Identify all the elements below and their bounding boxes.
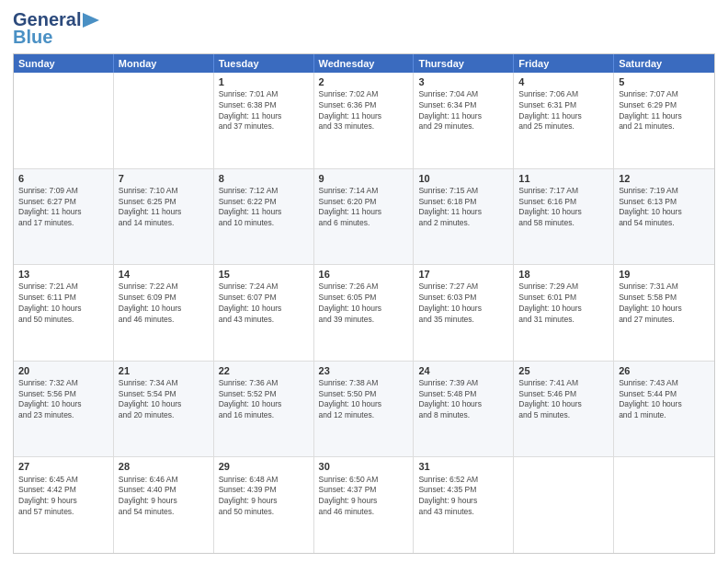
calendar-cell-5-1: 27Sunrise: 6:45 AM Sunset: 4:42 PM Dayli… [14, 457, 114, 553]
calendar-cell-4-4: 23Sunrise: 7:38 AM Sunset: 5:50 PM Dayli… [314, 362, 415, 457]
calendar-cell-4-2: 21Sunrise: 7:34 AM Sunset: 5:54 PM Dayli… [114, 362, 214, 457]
calendar-cell-2-7: 12Sunrise: 7:19 AM Sunset: 6:13 PM Dayli… [614, 169, 714, 265]
day-number: 24 [418, 364, 508, 377]
calendar-cell-5-4: 30Sunrise: 6:50 AM Sunset: 4:37 PM Dayli… [314, 457, 415, 553]
day-number: 14 [119, 268, 209, 281]
calendar-cell-5-5: 31Sunrise: 6:52 AM Sunset: 4:35 PM Dayli… [414, 457, 514, 553]
calendar-cell-4-1: 20Sunrise: 7:32 AM Sunset: 5:56 PM Dayli… [14, 362, 114, 457]
day-number: 18 [518, 268, 609, 281]
day-info: Sunrise: 7:31 AM Sunset: 5:58 PM Dayligh… [619, 282, 682, 323]
day-number: 26 [619, 364, 710, 377]
calendar-week-5: 27Sunrise: 6:45 AM Sunset: 4:42 PM Dayli… [14, 457, 714, 553]
day-info: Sunrise: 7:14 AM Sunset: 6:20 PM Dayligh… [319, 186, 382, 227]
calendar-week-2: 6Sunrise: 7:09 AM Sunset: 6:27 PM Daylig… [14, 169, 714, 266]
calendar-cell-3-6: 18Sunrise: 7:29 AM Sunset: 6:01 PM Dayli… [514, 265, 614, 361]
day-number: 6 [18, 172, 108, 185]
calendar-cell-3-1: 13Sunrise: 7:21 AM Sunset: 6:11 PM Dayli… [14, 265, 114, 361]
day-number: 28 [119, 460, 209, 473]
day-info: Sunrise: 7:04 AM Sunset: 6:34 PM Dayligh… [418, 89, 482, 131]
calendar-cell-2-5: 10Sunrise: 7:15 AM Sunset: 6:18 PM Dayli… [414, 169, 514, 265]
calendar-cell-2-3: 8Sunrise: 7:12 AM Sunset: 6:22 PM Daylig… [214, 169, 314, 265]
day-info: Sunrise: 7:06 AM Sunset: 6:31 PM Dayligh… [518, 89, 582, 131]
day-number: 15 [219, 268, 309, 281]
calendar-cell-1-6: 4Sunrise: 7:06 AM Sunset: 6:31 PM Daylig… [514, 73, 614, 168]
calendar-cell-3-2: 14Sunrise: 7:22 AM Sunset: 6:09 PM Dayli… [114, 265, 214, 361]
svg-marker-0 [83, 13, 99, 28]
calendar-cell-4-3: 22Sunrise: 7:36 AM Sunset: 5:52 PM Dayli… [214, 362, 314, 457]
day-number: 25 [518, 364, 609, 377]
day-number: 11 [518, 172, 609, 185]
calendar-cell-3-3: 15Sunrise: 7:24 AM Sunset: 6:07 PM Dayli… [214, 265, 314, 361]
header-day-friday: Friday [514, 54, 614, 73]
day-info: Sunrise: 7:39 AM Sunset: 5:48 PM Dayligh… [418, 378, 482, 419]
day-info: Sunrise: 7:17 AM Sunset: 6:16 PM Dayligh… [518, 186, 582, 227]
day-info: Sunrise: 7:29 AM Sunset: 6:01 PM Dayligh… [518, 282, 582, 323]
calendar-week-1: 1Sunrise: 7:01 AM Sunset: 6:38 PM Daylig… [14, 73, 714, 169]
logo-arrow-icon [81, 11, 101, 29]
calendar-cell-3-7: 19Sunrise: 7:31 AM Sunset: 5:58 PM Dayli… [614, 265, 714, 361]
day-number: 29 [219, 460, 309, 473]
header-day-monday: Monday [114, 54, 214, 73]
day-number: 31 [418, 460, 508, 473]
calendar-cell-1-4: 2Sunrise: 7:02 AM Sunset: 6:36 PM Daylig… [314, 73, 415, 168]
day-info: Sunrise: 6:50 AM Sunset: 4:37 PM Dayligh… [319, 475, 379, 516]
header-day-wednesday: Wednesday [314, 54, 415, 73]
day-number: 3 [418, 75, 508, 88]
calendar-cell-2-1: 6Sunrise: 7:09 AM Sunset: 6:27 PM Daylig… [14, 169, 114, 265]
day-info: Sunrise: 6:46 AM Sunset: 4:40 PM Dayligh… [119, 475, 178, 516]
day-number: 10 [418, 172, 508, 185]
header-day-tuesday: Tuesday [214, 54, 314, 73]
calendar-cell-5-6 [514, 457, 614, 553]
calendar-body: 1Sunrise: 7:01 AM Sunset: 6:38 PM Daylig… [14, 73, 714, 553]
header-day-sunday: Sunday [14, 54, 114, 73]
day-info: Sunrise: 7:27 AM Sunset: 6:03 PM Dayligh… [418, 282, 482, 323]
day-info: Sunrise: 7:01 AM Sunset: 6:38 PM Dayligh… [219, 89, 282, 131]
day-number: 30 [319, 460, 409, 473]
calendar-cell-3-4: 16Sunrise: 7:26 AM Sunset: 6:05 PM Dayli… [314, 265, 415, 361]
calendar-cell-3-5: 17Sunrise: 7:27 AM Sunset: 6:03 PM Dayli… [414, 265, 514, 361]
day-info: Sunrise: 7:41 AM Sunset: 5:46 PM Dayligh… [518, 378, 582, 419]
logo-blue: Blue [13, 27, 52, 48]
day-number: 19 [619, 268, 710, 281]
day-info: Sunrise: 7:15 AM Sunset: 6:18 PM Dayligh… [418, 186, 482, 227]
day-number: 7 [119, 172, 209, 185]
day-number: 13 [18, 268, 108, 281]
day-number: 8 [219, 172, 309, 185]
calendar-cell-1-7: 5Sunrise: 7:07 AM Sunset: 6:29 PM Daylig… [614, 73, 714, 168]
calendar-cell-5-7 [614, 457, 714, 553]
day-info: Sunrise: 7:12 AM Sunset: 6:22 PM Dayligh… [219, 186, 282, 227]
calendar-cell-2-2: 7Sunrise: 7:10 AM Sunset: 6:25 PM Daylig… [114, 169, 214, 265]
day-number: 16 [319, 268, 409, 281]
day-info: Sunrise: 7:19 AM Sunset: 6:13 PM Dayligh… [619, 186, 682, 227]
calendar-cell-2-6: 11Sunrise: 7:17 AM Sunset: 6:16 PM Dayli… [514, 169, 614, 265]
day-info: Sunrise: 7:21 AM Sunset: 6:11 PM Dayligh… [18, 282, 82, 323]
day-number: 1 [219, 75, 309, 88]
day-number: 9 [319, 172, 409, 185]
day-info: Sunrise: 6:45 AM Sunset: 4:42 PM Dayligh… [18, 475, 78, 516]
calendar-cell-1-1 [14, 73, 114, 168]
day-info: Sunrise: 7:10 AM Sunset: 6:25 PM Dayligh… [119, 186, 182, 227]
calendar-cell-4-6: 25Sunrise: 7:41 AM Sunset: 5:46 PM Dayli… [514, 362, 614, 457]
calendar-week-3: 13Sunrise: 7:21 AM Sunset: 6:11 PM Dayli… [14, 265, 714, 362]
day-info: Sunrise: 7:26 AM Sunset: 6:05 PM Dayligh… [319, 282, 382, 323]
day-info: Sunrise: 7:22 AM Sunset: 6:09 PM Dayligh… [119, 282, 182, 323]
header-day-thursday: Thursday [414, 54, 514, 73]
day-number: 23 [319, 364, 409, 377]
day-info: Sunrise: 6:48 AM Sunset: 4:39 PM Dayligh… [219, 475, 279, 516]
day-info: Sunrise: 7:09 AM Sunset: 6:27 PM Dayligh… [18, 186, 82, 227]
calendar-cell-5-3: 29Sunrise: 6:48 AM Sunset: 4:39 PM Dayli… [214, 457, 314, 553]
calendar-cell-1-2 [114, 73, 214, 168]
logo: General Blue [13, 9, 101, 48]
day-info: Sunrise: 7:07 AM Sunset: 6:29 PM Dayligh… [619, 89, 682, 131]
calendar-cell-2-4: 9Sunrise: 7:14 AM Sunset: 6:20 PM Daylig… [314, 169, 415, 265]
day-info: Sunrise: 7:34 AM Sunset: 5:54 PM Dayligh… [119, 378, 182, 419]
day-info: Sunrise: 7:38 AM Sunset: 5:50 PM Dayligh… [319, 378, 382, 419]
day-info: Sunrise: 7:24 AM Sunset: 6:07 PM Dayligh… [219, 282, 282, 323]
calendar: SundayMondayTuesdayWednesdayThursdayFrid… [13, 53, 715, 554]
day-number: 27 [18, 460, 108, 473]
header: General Blue [13, 9, 715, 48]
day-number: 2 [319, 75, 409, 88]
calendar-cell-4-7: 26Sunrise: 7:43 AM Sunset: 5:44 PM Dayli… [614, 362, 714, 457]
header-day-saturday: Saturday [614, 54, 714, 73]
calendar-week-4: 20Sunrise: 7:32 AM Sunset: 5:56 PM Dayli… [14, 362, 714, 458]
